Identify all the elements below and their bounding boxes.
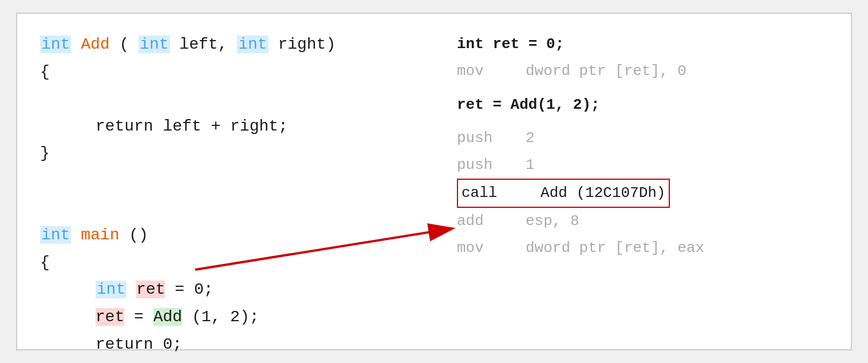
line-brace-open-2: { bbox=[40, 249, 423, 277]
space-6: = bbox=[134, 308, 153, 326]
line-return-add: return left + right; bbox=[40, 113, 423, 140]
asm-call-op: call bbox=[461, 184, 497, 202]
line-func-main: int main () bbox=[40, 222, 423, 249]
asm-line-int-ret: int ret = 0; bbox=[457, 31, 828, 58]
asm-mov-1-op: mov bbox=[457, 58, 526, 85]
func-main-name: main bbox=[81, 226, 119, 244]
var-ret-1: ret bbox=[136, 281, 165, 298]
paren-main: () bbox=[129, 226, 148, 244]
line-int-ret: int ret = 0; bbox=[40, 276, 423, 303]
space-3: right) bbox=[278, 35, 336, 53]
return-0: return 0; bbox=[96, 336, 182, 353]
asm-add-esp-operand: esp, 8 bbox=[526, 208, 828, 235]
asm-line-push-2: push 2 bbox=[457, 125, 828, 152]
asm-push-2-op: push bbox=[457, 125, 526, 152]
asm-push-1-op: push bbox=[457, 152, 526, 179]
keyword-int-1: int bbox=[40, 35, 71, 53]
asm-ret-add-text: ret = Add(1, 2); bbox=[457, 96, 600, 113]
line-brace-open-1: { bbox=[40, 58, 423, 86]
asm-call-box: call Add (12C107Dh) bbox=[457, 179, 670, 208]
keyword-int-5: int bbox=[96, 281, 127, 298]
asm-line-call: call Add (12C107Dh) bbox=[457, 179, 828, 208]
keyword-int-2: int bbox=[139, 35, 169, 53]
line-ret-add-call: ret = Add (1, 2); bbox=[40, 303, 423, 331]
asm-int-ret-text: int ret = 0; bbox=[457, 35, 564, 53]
line-brace-close-2: } bbox=[40, 358, 423, 363]
brace-open-1: { bbox=[40, 63, 50, 81]
asm-mov-2-op: mov bbox=[457, 235, 526, 262]
add-args: (1, 2); bbox=[192, 308, 259, 326]
assign-ret: = 0; bbox=[175, 281, 213, 298]
line-return-0: return 0; bbox=[40, 331, 423, 358]
asm-push-1-operand: 1 bbox=[526, 152, 828, 179]
asm-blank-2 bbox=[457, 118, 828, 125]
asm-line-mov-1: mov dword ptr [ret], 0 bbox=[457, 58, 828, 85]
asm-blank-1 bbox=[457, 85, 828, 92]
paren-open-1: ( bbox=[119, 35, 129, 53]
asm-line-mov-2: mov dword ptr [ret], eax bbox=[457, 235, 828, 262]
brace-open-2: { bbox=[40, 254, 50, 271]
keyword-int-3: int bbox=[237, 35, 268, 53]
line-blank-3 bbox=[40, 195, 423, 222]
asm-line-push-1: push 1 bbox=[457, 152, 828, 179]
space-2: left, bbox=[179, 35, 237, 53]
left-pane: int Add ( int left, int right) { return … bbox=[40, 31, 434, 332]
add-call-highlight: Add bbox=[153, 308, 182, 326]
right-pane: int ret = 0; mov dword ptr [ret], 0 ret … bbox=[434, 31, 828, 332]
line-blank-2 bbox=[40, 167, 423, 195]
return-statement: return left + right; bbox=[96, 117, 288, 135]
asm-call-operand: Add (12C107Dh) bbox=[540, 184, 665, 202]
keyword-int-4: int bbox=[40, 226, 71, 244]
line-blank-1 bbox=[40, 85, 423, 113]
asm-push-2-operand: 2 bbox=[526, 125, 828, 152]
code-panel: int Add ( int left, int right) { return … bbox=[16, 13, 852, 350]
line-brace-close-1: } bbox=[40, 140, 423, 167]
outer-container: int Add ( int left, int right) { return … bbox=[0, 0, 868, 363]
var-ret-2: ret bbox=[96, 308, 124, 326]
asm-line-add-esp: add esp, 8 bbox=[457, 208, 828, 235]
asm-add-esp-op: add bbox=[457, 208, 526, 235]
asm-mov-2-operand: dword ptr [ret], eax bbox=[526, 235, 828, 262]
asm-mov-1-operand: dword ptr [ret], 0 bbox=[526, 58, 828, 85]
func-add-name: Add bbox=[81, 35, 109, 53]
asm-line-ret-add: ret = Add(1, 2); bbox=[457, 92, 828, 119]
line-func-sig: int Add ( int left, int right) bbox=[40, 31, 423, 58]
brace-close-1: } bbox=[40, 144, 50, 162]
